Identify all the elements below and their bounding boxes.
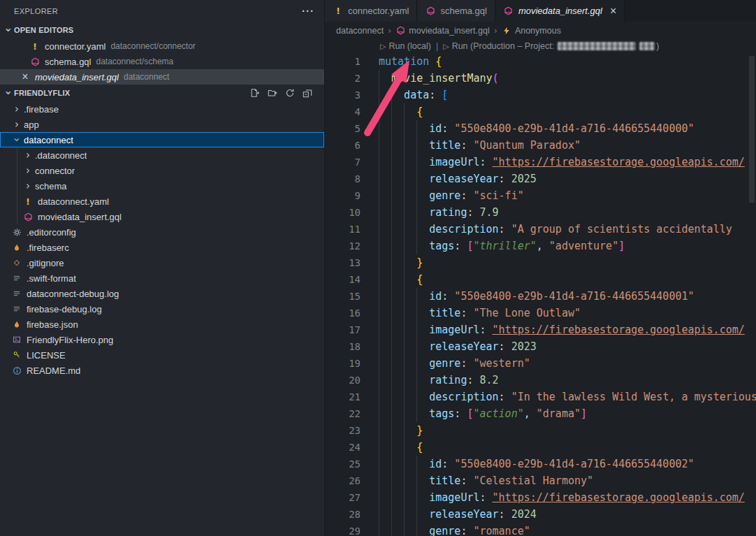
tree-item-connector[interactable]: ›connector [0, 163, 324, 178]
code-line[interactable]: 14{ [325, 271, 756, 288]
tree-item-firebase-debug.log[interactable]: firebase-debug.log [0, 301, 324, 317]
tree-item-.editorconfig[interactable]: .editorconfig [0, 224, 324, 240]
tree-item-.swift-format[interactable]: .swift-format [0, 270, 324, 286]
tree-item-moviedata_insert.gql[interactable]: moviedata_insert.gql [0, 209, 324, 224]
code-line[interactable]: 21description: "In the lawless Wild West… [325, 389, 756, 405]
line-content: releaseYear: 2023 [379, 338, 537, 355]
code-line[interactable]: 18releaseYear: 2023 [325, 338, 756, 355]
tree-item-.dataconnect[interactable]: ›.dataconnect [0, 147, 324, 163]
code-line[interactable]: 27imageUrl: "https://firebasestorage.goo… [325, 489, 756, 506]
chevron-right-icon[interactable]: › [22, 165, 34, 176]
code-line[interactable]: 13} [325, 254, 756, 271]
code-token: "action" [473, 407, 523, 420]
line-content: id: "550e8400-e29b-41d4-a716-44665544000… [379, 456, 695, 472]
code-editor[interactable]: Run (local) | Run (Production – Project:… [325, 39, 756, 536]
indent-guide [391, 405, 392, 422]
code-line[interactable]: 11description: "A group of scientists ac… [325, 221, 756, 238]
tree-item-dataconnect.yaml[interactable]: !dataconnect.yaml [0, 194, 324, 209]
code-line[interactable]: 25id: "550e8400-e29b-41d4-a716-446655440… [325, 456, 756, 472]
open-editor-item[interactable]: schema.gqldataconnect/schema [0, 54, 324, 69]
code-line[interactable]: 3data: [ [325, 87, 756, 103]
code-line[interactable]: 15id: "550e8400-e29b-41d4-a716-446655440… [325, 288, 756, 305]
indent-guide [379, 321, 379, 338]
more-actions-icon[interactable]: ··· [302, 5, 314, 17]
close-editor-icon[interactable]: × [20, 71, 31, 82]
tree-item-firebase.json[interactable]: firebase.json [0, 317, 324, 332]
code-line[interactable]: 12tags: ["thriller", "adventure"] [325, 238, 756, 254]
code-token: movie_insertMany [391, 72, 493, 85]
code-line[interactable]: 7imageUrl: "https://firebasestorage.goog… [325, 154, 756, 171]
tab-connector.yaml[interactable]: !connector.yaml [325, 0, 417, 22]
code-token: : [467, 374, 479, 386]
close-tab-icon[interactable]: × [610, 6, 616, 17]
chevron-right-icon[interactable]: › [22, 150, 34, 161]
refresh-icon[interactable] [284, 87, 296, 99]
code-line[interactable]: 1mutation { [325, 53, 756, 70]
indent-guide [379, 103, 379, 120]
tree-item-app[interactable]: ›app [0, 117, 324, 132]
tree-item-.firebase[interactable]: ›.firebase [0, 101, 324, 117]
tree-item-schema[interactable]: ›schema [0, 178, 324, 194]
tree-item-README.md[interactable]: README.md [0, 363, 324, 378]
workspace-header[interactable]: › FRIENDLYFLIX [0, 85, 324, 101]
tab-moviedata_insert.gql[interactable]: moviedata_insert.gql× [495, 0, 625, 22]
code-line[interactable]: 5id: "550e8400-e29b-41d4-a716-4466554400… [325, 120, 756, 137]
indent-guide [379, 70, 379, 87]
run-production-link[interactable]: Run (Production – Project: ) [443, 39, 659, 54]
code-line[interactable]: 2movie_insertMany( [325, 70, 756, 87]
breadcrumb-moviedata_insert.gql[interactable]: moviedata_insert.gql [395, 25, 489, 36]
tree-item-.firebaserc[interactable]: .firebaserc [0, 240, 324, 255]
code-line[interactable]: 22tags: ["action", "drama"] [325, 405, 756, 422]
code-line[interactable]: 16title: "The Lone Outlaw" [325, 305, 756, 321]
code-line[interactable]: 8releaseYear: 2025 [325, 171, 756, 187]
tree-item-LICENSE[interactable]: LICENSE [0, 347, 324, 363]
indent-guide [391, 372, 392, 389]
code-line[interactable]: 24{ [325, 439, 756, 456]
chevron-right-icon[interactable]: › [11, 103, 22, 115]
code-line[interactable]: 10rating: 7.9 [325, 204, 756, 221]
code-line[interactable]: 20rating: 8.2 [325, 372, 756, 389]
editor-scrollbar[interactable] [749, 56, 755, 203]
code-token: { [416, 106, 423, 118]
indent-guide [404, 288, 405, 305]
code-token: title [429, 307, 460, 319]
tree-item-dataconnect[interactable]: ›dataconnect [0, 132, 324, 147]
breadcrumb-Anonymous[interactable]: Anonymous [502, 25, 561, 36]
code-line[interactable]: 26title: "Celestial Harmony" [325, 472, 756, 489]
tree-item-FriendlyFlix-Hero.png[interactable]: FriendlyFlix-Hero.png [0, 332, 324, 347]
open-editors-header[interactable]: › OPEN EDITORS [0, 22, 324, 38]
code-token: ] [618, 240, 625, 252]
chevron-down-icon[interactable]: › [11, 134, 22, 145]
breadcrumb-dataconnect[interactable]: dataconnect [336, 26, 384, 36]
tab-bar: !connector.yamlschema.gqlmoviedata_inser… [325, 0, 756, 22]
code-line[interactable]: 9genre: "sci-fi" [325, 187, 756, 204]
code-token: : [460, 189, 473, 202]
tree-item-dataconnect-debug.log[interactable]: dataconnect-debug.log [0, 286, 324, 301]
indent-guide [404, 405, 405, 422]
tab-schema.gql[interactable]: schema.gql [417, 0, 495, 22]
indent-guide [379, 137, 379, 154]
code-line[interactable]: 28releaseYear: 2024 [325, 506, 756, 523]
open-editor-item[interactable]: !connector.yamldataconnect/connector [0, 38, 324, 54]
chevron-right-icon[interactable]: › [22, 180, 34, 191]
new-file-icon[interactable] [249, 87, 261, 99]
new-folder-icon[interactable] [267, 87, 278, 99]
code-line[interactable]: 19genre: "western" [325, 355, 756, 372]
chevron-right-icon[interactable]: › [11, 119, 22, 130]
tree-item-.gitignore[interactable]: .gitignore [0, 255, 324, 270]
sidebar-title: EXPLORER [14, 7, 58, 15]
open-editor-item[interactable]: ×moviedata_insert.gqldataconnect [0, 69, 324, 85]
run-local-link[interactable]: Run (local) [380, 39, 431, 54]
indent-guide [404, 154, 405, 171]
indent-guide [404, 221, 405, 238]
code-token: 8.2 [479, 374, 498, 386]
code-line[interactable]: 17imageUrl: "https://firebasestorage.goo… [325, 321, 756, 338]
indent-guide [404, 204, 405, 221]
code-line[interactable]: 29genre: "romance" [325, 523, 756, 536]
chevron-down-icon: › [3, 24, 14, 36]
code-line[interactable]: 4{ [325, 103, 756, 120]
code-line[interactable]: 23} [325, 422, 756, 439]
collapse-all-icon[interactable] [302, 87, 313, 99]
code-line[interactable]: 6title: "Quantum Paradox" [325, 137, 756, 154]
indent-guide [404, 506, 405, 523]
